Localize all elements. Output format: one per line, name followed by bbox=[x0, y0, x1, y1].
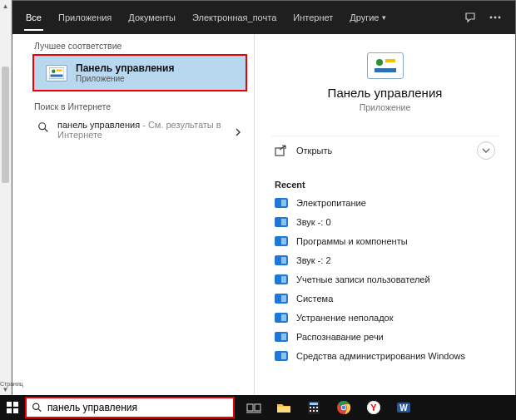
results-list: Лучшее соответствие Панель управления Пр… bbox=[12, 34, 254, 394]
svg-line-8 bbox=[45, 129, 48, 132]
svg-line-19 bbox=[38, 409, 41, 412]
chevron-down-icon[interactable] bbox=[477, 141, 495, 160]
svg-text:W: W bbox=[399, 403, 408, 413]
svg-rect-26 bbox=[310, 407, 311, 408]
preview-subtitle: Приложение bbox=[255, 102, 515, 112]
recent-item[interactable]: Распознавание речи bbox=[275, 329, 499, 345]
word-icon[interactable]: W bbox=[391, 395, 416, 420]
svg-rect-29 bbox=[310, 410, 311, 412]
cpl-icon bbox=[275, 351, 288, 361]
cpl-icon bbox=[275, 274, 288, 284]
options-icon[interactable] bbox=[489, 11, 502, 24]
tab-apps[interactable]: Приложения bbox=[50, 1, 120, 34]
svg-rect-25 bbox=[310, 403, 318, 405]
file-explorer-icon[interactable] bbox=[271, 395, 296, 420]
recent-item[interactable]: Система bbox=[275, 290, 499, 307]
preview-pane: Панель управления Приложение Открыть Rec… bbox=[254, 34, 515, 394]
recent-item[interactable]: Устранение неполадок bbox=[275, 309, 499, 326]
svg-rect-28 bbox=[316, 407, 318, 408]
recent-item[interactable]: Средства администрирования Windows bbox=[275, 348, 499, 364]
web-search-item[interactable]: панель управления - См. результаты в Инт… bbox=[12, 115, 254, 145]
svg-rect-12 bbox=[375, 68, 396, 72]
search-flyout: Все Приложения Документы Электронная_поч… bbox=[12, 0, 516, 420]
cpl-icon bbox=[275, 332, 288, 342]
svg-rect-27 bbox=[313, 407, 315, 408]
svg-rect-30 bbox=[313, 410, 315, 412]
svg-rect-3 bbox=[49, 67, 64, 79]
svg-text:Y: Y bbox=[370, 403, 377, 413]
cpl-icon bbox=[275, 294, 288, 304]
chrome-icon[interactable] bbox=[331, 395, 356, 420]
page-counter: Страниц bbox=[0, 381, 23, 387]
svg-rect-15 bbox=[13, 402, 18, 407]
section-best-match: Лучшее соответствие bbox=[12, 34, 254, 54]
cpl-icon bbox=[275, 198, 288, 208]
yandex-icon[interactable]: Y bbox=[361, 395, 386, 420]
recent-item[interactable]: Звук -: 2 bbox=[275, 252, 499, 269]
cpl-icon bbox=[275, 236, 288, 246]
svg-rect-11 bbox=[385, 59, 395, 62]
best-match-subtitle: Приложение bbox=[76, 74, 174, 83]
svg-rect-16 bbox=[7, 408, 12, 413]
preview-app-icon bbox=[367, 52, 404, 79]
svg-point-4 bbox=[52, 69, 56, 73]
recent-item[interactable]: Звук -: 0 bbox=[275, 214, 499, 230]
svg-point-34 bbox=[342, 406, 346, 410]
cpl-icon bbox=[275, 313, 288, 323]
tab-more[interactable]: Другие▾ bbox=[341, 1, 394, 34]
open-icon bbox=[275, 145, 288, 156]
svg-rect-9 bbox=[372, 56, 399, 76]
feedback-icon[interactable] bbox=[464, 11, 477, 24]
svg-point-2 bbox=[499, 17, 501, 19]
svg-rect-17 bbox=[13, 408, 18, 413]
preview-title: Панель управления bbox=[255, 86, 515, 100]
search-icon bbox=[32, 402, 42, 413]
svg-rect-31 bbox=[316, 410, 318, 412]
calculator-icon[interactable] bbox=[301, 395, 326, 420]
section-web-search: Поиск в Интернете bbox=[12, 95, 254, 115]
tab-web[interactable]: Интернет bbox=[285, 1, 341, 34]
scroll-thumb[interactable] bbox=[2, 67, 9, 183]
tab-all[interactable]: Все bbox=[17, 1, 50, 34]
taskbar: Y W bbox=[0, 395, 516, 420]
recent-label: Recent bbox=[275, 180, 499, 190]
page-scrollbar[interactable]: ▲ ▼ bbox=[0, 0, 12, 395]
svg-point-1 bbox=[494, 17, 497, 19]
chevron-right-icon[interactable] bbox=[234, 125, 244, 140]
best-match-item[interactable]: Панель управления Приложение bbox=[32, 54, 247, 91]
svg-rect-6 bbox=[51, 74, 63, 77]
svg-rect-21 bbox=[255, 404, 260, 411]
cpl-icon bbox=[275, 217, 288, 227]
svg-rect-20 bbox=[247, 404, 253, 411]
svg-point-10 bbox=[376, 59, 383, 66]
svg-rect-5 bbox=[57, 69, 62, 71]
recent-list: Электропитание Звук -: 0 Программы и ком… bbox=[255, 195, 515, 364]
open-action[interactable]: Открыть bbox=[271, 136, 499, 165]
recent-item[interactable]: Программы и компоненты bbox=[275, 233, 499, 250]
svg-point-0 bbox=[490, 17, 493, 19]
recent-item[interactable]: Учетные записи пользователей bbox=[275, 271, 499, 288]
svg-point-18 bbox=[33, 403, 39, 409]
recent-item[interactable]: Электропитание bbox=[275, 195, 499, 211]
best-match-title: Панель управления bbox=[76, 62, 174, 74]
search-input[interactable] bbox=[47, 402, 228, 413]
svg-point-7 bbox=[39, 123, 46, 130]
search-icon bbox=[37, 121, 49, 136]
svg-rect-14 bbox=[7, 402, 12, 407]
start-button[interactable] bbox=[0, 395, 25, 420]
tab-documents[interactable]: Документы bbox=[120, 1, 184, 34]
cpl-icon bbox=[275, 255, 288, 265]
web-query: панель управления bbox=[57, 120, 140, 130]
filter-tabs-bar: Все Приложения Документы Электронная_поч… bbox=[12, 1, 515, 34]
open-label: Открыть bbox=[296, 146, 332, 156]
taskbar-search[interactable] bbox=[25, 397, 235, 418]
svg-rect-23 bbox=[277, 407, 290, 413]
control-panel-icon bbox=[46, 65, 67, 82]
scroll-up-icon[interactable]: ▲ bbox=[0, 0, 11, 12]
tab-email[interactable]: Электронная_почта bbox=[184, 1, 285, 34]
task-view-icon[interactable] bbox=[241, 395, 266, 420]
